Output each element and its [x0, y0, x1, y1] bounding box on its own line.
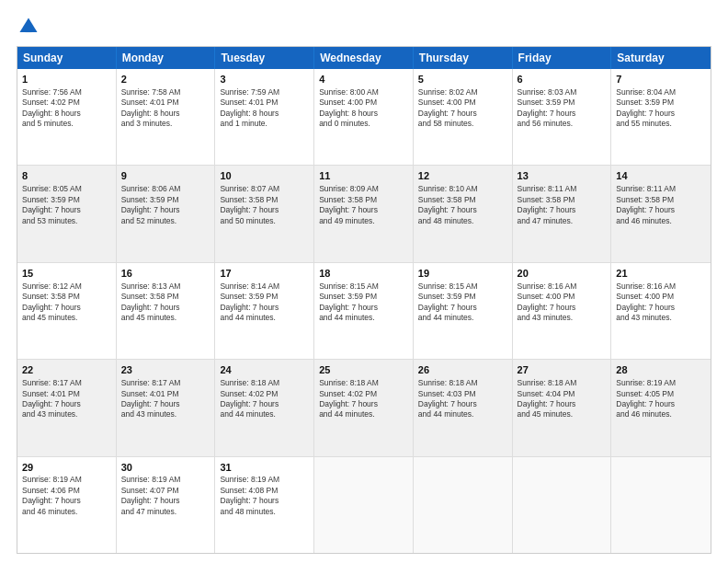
page: SundayMondayTuesdayWednesdayThursdayFrid…: [0, 0, 728, 563]
day-info: Sunrise: 8:15 AM: [418, 282, 478, 291]
day-number: 10: [220, 169, 309, 183]
day-info: Sunset: 4:00 PM: [319, 98, 377, 107]
calendar-row-1: 1Sunrise: 7:56 AMSunset: 4:02 PMDaylight…: [17, 69, 711, 166]
day-number: 5: [418, 73, 507, 86]
day-number: 22: [22, 363, 111, 377]
day-info: Sunrise: 8:05 AM: [22, 184, 82, 193]
day-number: 31: [220, 461, 309, 475]
day-info: and 45 minutes.: [22, 313, 77, 322]
day-number: 3: [220, 73, 309, 86]
calendar-cell: 2Sunrise: 7:58 AMSunset: 4:01 PMDaylight…: [117, 69, 216, 165]
day-number: 12: [418, 169, 507, 183]
day-info: Daylight: 7 hours: [616, 109, 675, 118]
calendar-cell: 21Sunrise: 8:16 AMSunset: 4:00 PMDayligh…: [611, 263, 711, 359]
day-info: and 48 minutes.: [220, 507, 275, 516]
calendar-cell: 23Sunrise: 8:17 AMSunset: 4:01 PMDayligh…: [117, 360, 216, 455]
day-info: Sunset: 3:58 PM: [22, 292, 80, 301]
calendar-cell: 11Sunrise: 8:09 AMSunset: 3:58 PMDayligh…: [314, 166, 414, 261]
day-info: Daylight: 7 hours: [121, 399, 180, 408]
day-info: Daylight: 7 hours: [518, 205, 576, 214]
calendar-cell: 16Sunrise: 8:13 AMSunset: 3:58 PMDayligh…: [117, 263, 216, 359]
calendar-cell: 26Sunrise: 8:18 AMSunset: 4:03 PMDayligh…: [414, 360, 513, 455]
day-info: Sunset: 4:07 PM: [121, 486, 179, 495]
calendar-cell: 30Sunrise: 8:19 AMSunset: 4:07 PMDayligh…: [117, 457, 216, 553]
calendar-cell: 14Sunrise: 8:11 AMSunset: 3:58 PMDayligh…: [611, 166, 711, 261]
logo: [17, 15, 44, 39]
calendar-cell: 5Sunrise: 8:02 AMSunset: 4:00 PMDaylight…: [414, 69, 513, 165]
calendar-row-5: 29Sunrise: 8:19 AMSunset: 4:06 PMDayligh…: [17, 457, 711, 553]
calendar-cell: [414, 457, 513, 553]
day-info: and 3 minutes.: [121, 119, 173, 128]
calendar-cell: 22Sunrise: 8:17 AMSunset: 4:01 PMDayligh…: [17, 360, 117, 455]
day-info: Sunset: 4:02 PM: [319, 389, 377, 398]
day-info: Sunrise: 8:16 AM: [616, 282, 676, 291]
day-info: Sunset: 3:59 PM: [319, 292, 377, 301]
day-info: and 49 minutes.: [319, 216, 374, 225]
day-info: Sunrise: 8:06 AM: [121, 184, 181, 193]
day-info: Sunset: 3:59 PM: [220, 292, 278, 301]
day-info: and 46 minutes.: [616, 216, 671, 225]
day-info: Sunrise: 8:19 AM: [22, 475, 82, 484]
day-info: Sunrise: 8:18 AM: [220, 378, 279, 387]
day-info: Daylight: 7 hours: [319, 303, 378, 312]
day-info: and 50 minutes.: [220, 216, 275, 225]
weekday-header-friday: Friday: [513, 47, 612, 69]
day-number: 25: [319, 363, 408, 377]
weekday-header-wednesday: Wednesday: [314, 47, 414, 69]
day-info: Sunset: 3:58 PM: [418, 195, 476, 204]
day-info: Sunrise: 8:10 AM: [418, 184, 478, 193]
day-info: Sunrise: 8:02 AM: [418, 87, 478, 97]
calendar-cell: 10Sunrise: 8:07 AMSunset: 3:58 PMDayligh…: [215, 166, 314, 261]
day-number: 7: [616, 73, 706, 86]
day-info: and 43 minutes.: [616, 313, 671, 322]
day-info: Sunrise: 8:07 AM: [220, 184, 279, 193]
day-info: Sunset: 4:04 PM: [518, 389, 575, 398]
day-info: Sunset: 4:02 PM: [22, 98, 80, 107]
day-info: and 43 minutes.: [518, 313, 573, 322]
day-info: Daylight: 7 hours: [518, 303, 576, 312]
day-info: Daylight: 7 hours: [518, 399, 576, 408]
calendar-cell: [513, 457, 612, 553]
calendar-cell: [314, 457, 414, 553]
weekday-header-thursday: Thursday: [414, 47, 513, 69]
day-number: 20: [518, 267, 607, 281]
day-info: Sunrise: 8:18 AM: [319, 378, 379, 387]
day-info: and 44 minutes.: [418, 409, 473, 419]
day-info: Sunset: 3:58 PM: [518, 195, 575, 204]
day-info: Sunrise: 8:00 AM: [319, 87, 379, 97]
calendar-header: SundayMondayTuesdayWednesdayThursdayFrid…: [17, 47, 711, 69]
day-info: Sunrise: 8:18 AM: [518, 378, 577, 387]
weekday-header-monday: Monday: [117, 47, 216, 69]
calendar-body: 1Sunrise: 7:56 AMSunset: 4:02 PMDaylight…: [17, 69, 711, 553]
day-info: Daylight: 7 hours: [319, 399, 378, 408]
day-number: 11: [319, 169, 408, 183]
day-info: Sunset: 3:59 PM: [121, 195, 179, 204]
calendar-cell: 29Sunrise: 8:19 AMSunset: 4:06 PMDayligh…: [17, 457, 117, 553]
day-number: 1: [22, 73, 111, 86]
day-info: Sunrise: 8:15 AM: [319, 282, 379, 291]
day-info: Sunrise: 8:19 AM: [616, 378, 676, 387]
calendar-cell: 15Sunrise: 8:12 AMSunset: 3:58 PMDayligh…: [17, 263, 117, 359]
day-number: 16: [121, 267, 210, 281]
header: [17, 15, 711, 39]
day-info: Daylight: 7 hours: [121, 205, 180, 214]
day-info: Sunrise: 8:13 AM: [121, 282, 181, 291]
day-info: and 45 minutes.: [518, 409, 573, 419]
calendar-cell: 8Sunrise: 8:05 AMSunset: 3:59 PMDaylight…: [17, 166, 117, 261]
calendar-cell: 27Sunrise: 8:18 AMSunset: 4:04 PMDayligh…: [513, 360, 612, 455]
calendar-cell: 20Sunrise: 8:16 AMSunset: 4:00 PMDayligh…: [513, 263, 612, 359]
day-info: Sunset: 4:00 PM: [418, 98, 476, 107]
day-info: Sunset: 4:08 PM: [220, 486, 278, 495]
day-info: and 53 minutes.: [22, 216, 77, 225]
weekday-header-sunday: Sunday: [17, 47, 117, 69]
day-number: 2: [121, 73, 210, 86]
day-info: Sunrise: 8:18 AM: [418, 378, 478, 387]
day-number: 8: [22, 169, 111, 183]
day-info: and 44 minutes.: [220, 313, 275, 322]
day-info: Sunset: 4:01 PM: [121, 389, 179, 398]
day-info: Sunrise: 8:19 AM: [220, 475, 279, 484]
weekday-header-saturday: Saturday: [611, 47, 711, 69]
day-info: Daylight: 7 hours: [22, 205, 81, 214]
day-info: Sunrise: 7:56 AM: [22, 87, 82, 97]
calendar-cell: 3Sunrise: 7:59 AMSunset: 4:01 PMDaylight…: [215, 69, 314, 165]
